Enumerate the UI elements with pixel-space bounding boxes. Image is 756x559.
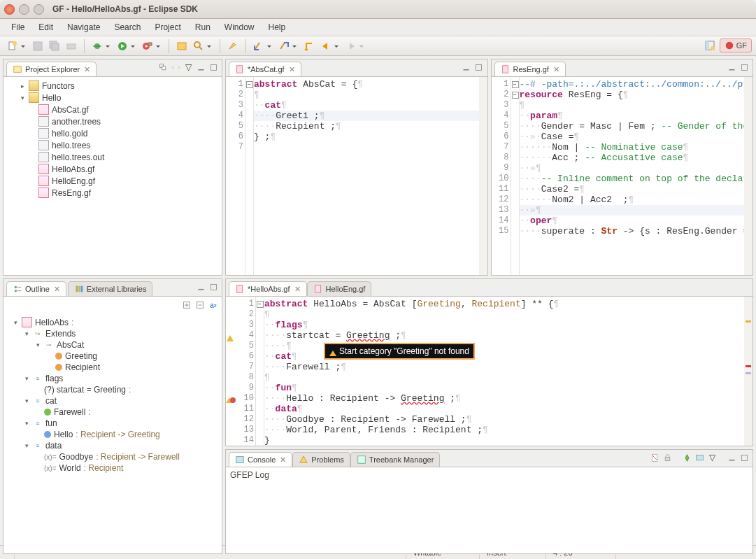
open-perspective-button[interactable] (703, 38, 717, 52)
editor-tab-reseng[interactable]: ResEng.gf ✕ (494, 62, 566, 76)
outline-label: AbsCat (57, 340, 84, 350)
close-icon[interactable]: ✕ (278, 455, 286, 465)
clear-console-icon[interactable] (649, 452, 660, 463)
view-menu-icon[interactable]: ▽ (183, 62, 194, 73)
editor-body-reseng[interactable]: 123456789101112131415--# -path=.:../abst… (492, 77, 753, 275)
display-console-icon[interactable] (694, 452, 705, 463)
nav-annotation-prev[interactable] (252, 39, 266, 53)
tree-row[interactable]: ▸Functors (5, 80, 220, 92)
minimize-view-icon[interactable] (195, 281, 206, 292)
menu-file[interactable]: File (4, 20, 31, 35)
menu-navigate[interactable]: Navigate (60, 20, 107, 35)
tree-row[interactable]: another.trees (5, 115, 220, 127)
window-close-button[interactable] (4, 4, 15, 15)
outline-tree[interactable]: ▾ HelloAbs : ▾↪ Extends▾⊸ AbsCat Greetin… (3, 313, 222, 476)
window-minimize-button[interactable] (19, 4, 29, 15)
project-explorer-tree[interactable]: ▸Functors▾HelloAbsCat.gfanother.treeshel… (3, 77, 222, 201)
expand-all-icon[interactable] (181, 299, 192, 311)
tree-row[interactable]: hello.gold (5, 127, 220, 139)
outline-row[interactable]: ▾ HelloAbs : (5, 316, 220, 328)
outline-tab[interactable]: Outline ✕ (6, 281, 66, 296)
project-explorer-tab[interactable]: Project Explorer ✕ (6, 62, 97, 76)
console-tab[interactable]: Console ✕ (229, 452, 292, 467)
outline-row[interactable]: (x)= World : Recipient (5, 462, 220, 474)
maximize-view-icon[interactable] (473, 62, 485, 73)
problems-tab-label: Problems (311, 455, 343, 464)
nav-annotation-next[interactable] (277, 39, 291, 53)
sort-icon[interactable]: az (208, 299, 219, 311)
close-icon[interactable]: ✕ (552, 65, 559, 74)
open-console-icon[interactable]: ▽ (706, 452, 718, 463)
last-edit-button[interactable] (302, 39, 316, 53)
tree-row[interactable]: ResEng.gf (5, 187, 220, 199)
svg-marker-42 (685, 454, 689, 461)
outline-row[interactable]: ▾↪ Extends (5, 328, 220, 339)
outline-row[interactable]: (?) startcat = Greeting : (5, 384, 220, 395)
forward-button[interactable] (344, 39, 358, 53)
editor-tab-helloeng[interactable]: HelloEng.gf (307, 281, 372, 296)
minimize-view-icon[interactable] (726, 452, 737, 463)
menu-edit[interactable]: Edit (31, 20, 60, 35)
maximize-view-icon[interactable] (208, 281, 219, 292)
tree-row[interactable]: ▾Hello (5, 92, 220, 104)
tree-row[interactable]: hello.trees.out (5, 151, 220, 163)
outline-row[interactable]: ▾≡ flags (5, 373, 220, 384)
window-maximize-button[interactable] (34, 4, 44, 15)
gf-icon (38, 164, 49, 174)
open-type-button[interactable] (175, 39, 189, 53)
toggle-mark-button[interactable] (226, 39, 240, 53)
scroll-lock-icon[interactable] (662, 452, 673, 463)
close-icon[interactable]: ✕ (52, 285, 60, 294)
outline-row[interactable]: ▾⊸ AbsCat (5, 339, 220, 351)
minimize-view-icon[interactable] (195, 62, 206, 73)
link-editor-icon[interactable] (170, 62, 181, 73)
menu-run[interactable]: Run (188, 20, 217, 35)
save-all-button[interactable] (48, 39, 62, 53)
menu-project[interactable]: Project (148, 20, 187, 35)
close-icon[interactable]: ✕ (293, 285, 301, 294)
outline-row[interactable]: ▾≡ data (5, 440, 220, 451)
editor-body-helloabs[interactable]: 1234567891011121314abstract HelloAbs = A… (226, 297, 753, 446)
tree-row[interactable]: HelloEng.gf (5, 175, 220, 187)
menu-window[interactable]: Window (217, 20, 262, 35)
problems-tab[interactable]: Problems (292, 452, 350, 467)
tree-row[interactable]: HelloAbs.gf (5, 163, 220, 175)
outline-row[interactable]: Greeting (5, 351, 220, 362)
minimize-view-icon[interactable] (726, 62, 737, 73)
navigator-icon (13, 64, 22, 74)
perspective-gf[interactable]: GF (720, 38, 752, 52)
maximize-view-icon[interactable] (739, 62, 750, 73)
minimize-view-icon[interactable] (461, 62, 472, 73)
close-icon[interactable]: ✕ (287, 65, 295, 74)
debug-button[interactable] (90, 39, 104, 53)
external-libraries-tab[interactable]: External Libraries (68, 281, 153, 296)
print-button[interactable] (64, 39, 78, 53)
maximize-view-icon[interactable] (208, 62, 219, 73)
menu-help[interactable]: Help (262, 20, 293, 35)
menu-search[interactable]: Search (107, 20, 148, 35)
outline-row[interactable]: Hello : Recipient -> Greeting (5, 429, 220, 440)
tree-row[interactable]: hello.trees (5, 139, 220, 151)
editor-tab-helloabs[interactable]: *HelloAbs.gf ✕ (229, 281, 307, 296)
tree-row[interactable]: AbsCat.gf (5, 104, 220, 115)
outline-row[interactable]: ▾≡ fun (5, 418, 220, 429)
new-button[interactable] (6, 39, 20, 53)
run-button[interactable] (115, 39, 129, 53)
outline-row[interactable]: ▾≡ cat (5, 395, 220, 406)
outline-row[interactable]: (x)= Goodbye : Recipient -> Farewell (5, 451, 220, 462)
collapse-all-icon[interactable] (157, 62, 169, 73)
save-button[interactable] (31, 39, 45, 53)
maximize-view-icon[interactable] (739, 452, 750, 463)
editor-body-abscat[interactable]: 1234567abstract AbsCat = {¶¶··cat¶····Gr… (226, 77, 487, 275)
outline-row[interactable]: Recipient (5, 362, 220, 373)
collapse-all-icon[interactable] (194, 299, 206, 311)
editor-tab-abscat[interactable]: *AbsCat.gf ✕ (229, 62, 301, 76)
svg-rect-44 (729, 459, 734, 460)
treebank-tab[interactable]: Treebank Manager (350, 452, 441, 467)
external-tools-button[interactable] (141, 39, 155, 53)
outline-row[interactable]: Farewell : (5, 406, 220, 418)
close-icon[interactable]: ✕ (83, 65, 90, 74)
back-button[interactable] (319, 39, 333, 53)
search-button[interactable] (192, 39, 206, 53)
pin-console-icon[interactable] (681, 452, 692, 463)
